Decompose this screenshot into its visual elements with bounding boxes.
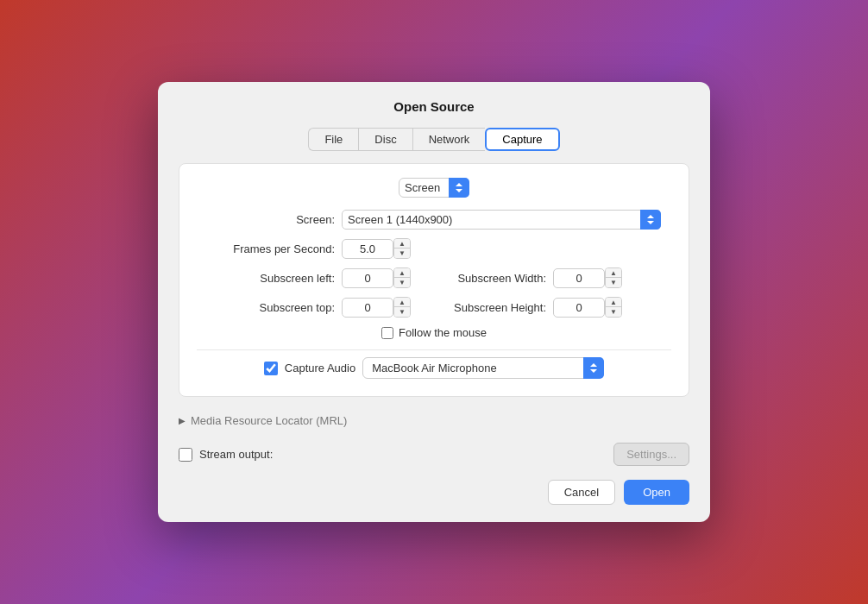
tab-network[interactable]: Network	[412, 128, 486, 151]
subscreen-height-input[interactable]	[553, 298, 605, 318]
subscreen-width-group: Subscreen Width: ▲ ▼	[434, 267, 671, 288]
subscreen-top-group: Subscreen top: ▲ ▼	[197, 297, 434, 318]
subscreen-left-group: Subscreen left: ▲ ▼	[197, 267, 434, 288]
subscreen-left-label: Subscreen left:	[197, 272, 335, 285]
fps-stepper[interactable]: ▲ ▼	[393, 238, 411, 259]
settings-button[interactable]: Settings...	[613, 443, 689, 466]
subscreen-height-group: Subscreen Height: ▲ ▼	[434, 297, 671, 318]
audio-device-select[interactable]: MacBook Air Microphone	[362, 357, 604, 379]
subscreen-left-input[interactable]	[342, 268, 393, 288]
fps-up-button[interactable]: ▲	[394, 239, 410, 249]
tab-bar: File Disc Network Capture	[179, 128, 689, 151]
screen-label: Screen:	[197, 213, 335, 226]
mrl-section[interactable]: ▶ Media Resource Locator (MRL)	[179, 407, 689, 434]
fps-label: Frames per Second:	[197, 242, 335, 255]
fps-input[interactable]	[342, 239, 393, 259]
subscreen-width-label: Subscreen Width:	[434, 272, 546, 285]
subscreen-lr-row: Subscreen left: ▲ ▼ Subscreen Width: ▲ ▼	[197, 267, 671, 288]
stream-output-label[interactable]: Stream output:	[199, 448, 273, 461]
audio-device-wrapper[interactable]: MacBook Air Microphone	[362, 357, 604, 379]
cancel-button[interactable]: Cancel	[548, 480, 615, 505]
subscreen-left-stepper[interactable]: ▲ ▼	[393, 267, 411, 288]
subscreen-top-input[interactable]	[342, 298, 393, 318]
subscreen-left-up[interactable]: ▲	[394, 268, 410, 278]
subscreen-top-up[interactable]: ▲	[394, 298, 410, 307]
source-dropdown-row: Screen	[197, 178, 671, 198]
source-select-wrapper[interactable]: Screen	[399, 178, 469, 198]
source-select[interactable]: Screen	[399, 178, 469, 198]
stream-output-row: Stream output: Settings...	[179, 434, 689, 475]
subscreen-height-input-group: ▲ ▼	[553, 297, 622, 318]
bottom-button-bar: Cancel Open	[179, 475, 689, 505]
subscreen-top-input-group: ▲ ▼	[342, 297, 411, 318]
mrl-arrow-icon: ▶	[179, 416, 186, 425]
open-source-dialog: Open Source File Disc Network Capture Sc…	[158, 82, 710, 522]
subscreen-th-row: Subscreen top: ▲ ▼ Subscreen Height: ▲ ▼	[197, 297, 671, 318]
tab-file[interactable]: File	[308, 128, 358, 151]
fps-down-button[interactable]: ▼	[394, 249, 410, 258]
subscreen-height-down[interactable]: ▼	[606, 307, 621, 317]
follow-mouse-label[interactable]: Follow the mouse	[399, 326, 487, 339]
tab-capture[interactable]: Capture	[485, 128, 559, 151]
subscreen-top-down[interactable]: ▼	[394, 307, 410, 317]
fps-row: Frames per Second: ▲ ▼	[197, 238, 671, 259]
screen-row: Screen: Screen 1 (1440x900)	[197, 210, 671, 230]
capture-audio-checkbox[interactable]	[264, 362, 278, 375]
subscreen-width-input-group: ▲ ▼	[553, 267, 622, 288]
capture-audio-label[interactable]: Capture Audio	[285, 362, 355, 374]
subscreen-height-label: Subscreen Height:	[434, 301, 546, 314]
subscreen-width-down[interactable]: ▼	[606, 278, 621, 287]
subscreen-height-up[interactable]: ▲	[606, 298, 621, 307]
tab-disc[interactable]: Disc	[358, 128, 412, 151]
audio-row: Capture Audio MacBook Air Microphone	[197, 349, 671, 382]
subscreen-left-input-group: ▲ ▼	[342, 267, 411, 288]
follow-mouse-row: Follow the mouse	[197, 326, 671, 339]
dialog-title: Open Source	[179, 99, 689, 114]
subscreen-width-up[interactable]: ▲	[606, 268, 621, 278]
open-button[interactable]: Open	[624, 480, 689, 505]
follow-mouse-checkbox[interactable]	[381, 327, 393, 339]
subscreen-width-stepper[interactable]: ▲ ▼	[605, 267, 622, 288]
subscreen-height-stepper[interactable]: ▲ ▼	[605, 297, 622, 318]
subscreen-left-down[interactable]: ▼	[394, 278, 410, 287]
screen-select[interactable]: Screen 1 (1440x900)	[342, 210, 661, 230]
mrl-label: Media Resource Locator (MRL)	[191, 414, 347, 427]
screen-select-wrapper[interactable]: Screen 1 (1440x900)	[342, 210, 661, 230]
fps-input-group: ▲ ▼	[342, 238, 411, 259]
subscreen-top-stepper[interactable]: ▲ ▼	[393, 297, 411, 318]
content-area: Screen Screen: Screen 1 (1440x900) Frame…	[179, 163, 689, 397]
subscreen-top-label: Subscreen top:	[197, 301, 335, 314]
subscreen-width-input[interactable]	[553, 268, 605, 288]
stream-output-checkbox[interactable]	[179, 448, 192, 462]
